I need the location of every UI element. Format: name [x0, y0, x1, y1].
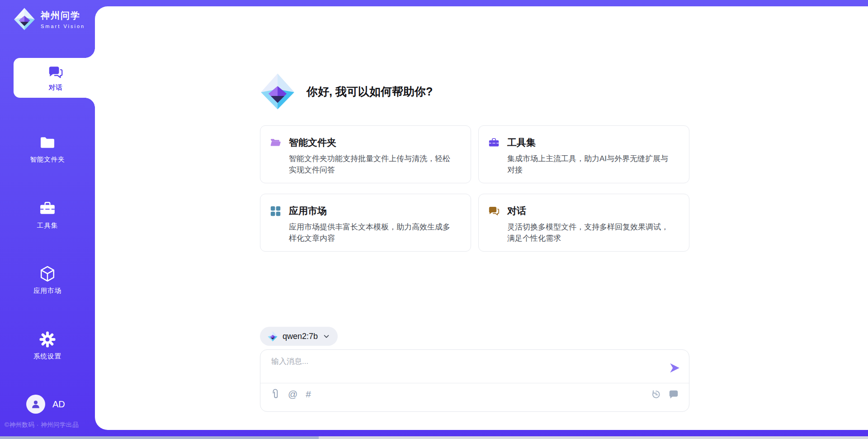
composer-tools-right: [651, 389, 679, 400]
sidebar-item-app-market[interactable]: 应用市场: [0, 265, 95, 295]
chat-icon: [47, 64, 64, 81]
card-description: 应用市场提供丰富长文本模板，助力高效生成多样化文章内容: [289, 221, 457, 244]
attach-file-button[interactable]: [270, 388, 280, 400]
composer-tools-left: @ #: [270, 388, 311, 400]
mention-button[interactable]: @: [288, 389, 297, 399]
sidebar-footer: ©神州数码 · 神州问学出品: [5, 421, 93, 429]
cube-icon: [38, 265, 57, 283]
sidebar-item-label: 应用市场: [33, 286, 61, 295]
card-chat[interactable]: 对话 灵活切换多模型文件，支持多样回复效果调试，满足个性化需求: [478, 194, 689, 252]
hash-icon: #: [306, 389, 311, 399]
message-icon: [668, 389, 679, 400]
tab-fillet-bottom: [85, 98, 95, 108]
horizontal-scrollbar[interactable]: [0, 436, 868, 439]
folder-icon: [38, 134, 57, 152]
card-title: 智能文件夹: [289, 136, 336, 149]
toolbox-icon: [488, 137, 500, 149]
card-title: 应用市场: [289, 205, 327, 217]
brand-name: 神州问学: [41, 10, 85, 22]
sidebar-item-chat[interactable]: 对话: [14, 58, 98, 98]
sidebar-item-label: 对话: [49, 83, 63, 92]
card-toolset[interactable]: 工具集 集成市场上主流工具，助力AI与外界无缝扩展与对接: [478, 125, 689, 183]
model-logo-icon: [267, 331, 278, 342]
greeting-text: 你好, 我可以如何帮助你?: [307, 84, 433, 99]
greeting: 你好, 我可以如何帮助你?: [259, 72, 433, 110]
tab-fillet-top: [85, 48, 95, 58]
feature-cards: 智能文件夹 智能文件夹功能支持批量文件上传与清洗，轻松实现文件问答 工具集 集成…: [260, 125, 689, 252]
person-icon: [30, 398, 42, 410]
sidebar-item-label: 工具集: [37, 221, 58, 230]
message-input[interactable]: [271, 357, 646, 366]
sidebar-item-settings[interactable]: 系统设置: [0, 330, 95, 361]
assistant-logo-icon: [259, 72, 297, 110]
chat-icon: [488, 205, 500, 217]
history-icon: [651, 389, 661, 400]
card-description: 智能文件夹功能支持批量文件上传与清洗，轻松实现文件问答: [289, 153, 457, 176]
send-button[interactable]: [668, 362, 681, 374]
toolbox-icon: [38, 200, 57, 218]
grid-icon: [269, 205, 282, 217]
sidebar-item-label: 系统设置: [33, 352, 61, 361]
chevron-down-icon: [322, 332, 330, 340]
brand: 神州问学 Smart Vision: [13, 7, 85, 31]
gear-icon: [38, 330, 57, 348]
model-name: qwen2:7b: [283, 332, 318, 341]
brand-logo-icon: [13, 7, 36, 31]
history-button[interactable]: [651, 389, 661, 400]
card-title: 工具集: [507, 136, 536, 149]
card-smart-folder[interactable]: 智能文件夹 智能文件夹功能支持批量文件上传与清洗，轻松实现文件问答: [260, 125, 471, 183]
sidebar-item-label: 智能文件夹: [30, 155, 65, 164]
user-name: AD: [52, 399, 65, 410]
sidebar-item-toolset[interactable]: 工具集: [0, 200, 95, 230]
brand-subtitle: Smart Vision: [41, 24, 85, 29]
composer: @ #: [260, 349, 689, 412]
avatar: [26, 395, 45, 414]
paperclip-icon: [270, 388, 280, 400]
card-title: 对话: [507, 205, 526, 217]
user-profile[interactable]: AD: [26, 395, 65, 414]
scrollbar-thumb[interactable]: [0, 436, 319, 439]
composer-divider: [260, 383, 689, 383]
card-description: 灵活切换多模型文件，支持多样回复效果调试，满足个性化需求: [507, 221, 675, 244]
new-message-button[interactable]: [668, 389, 679, 400]
folder-open-icon: [269, 137, 282, 149]
card-description: 集成市场上主流工具，助力AI与外界无缝扩展与对接: [507, 153, 675, 176]
send-icon: [668, 362, 681, 374]
model-selector[interactable]: qwen2:7b: [260, 327, 338, 346]
card-app-market[interactable]: 应用市场 应用市场提供丰富长文本模板，助力高效生成多样化文章内容: [260, 194, 471, 252]
at-icon: @: [288, 389, 297, 399]
topic-button[interactable]: #: [306, 389, 311, 399]
app-root: 神州问学 Smart Vision 对话 智能文件夹 工具集 应用市场: [0, 0, 868, 439]
sidebar-item-smart-folder[interactable]: 智能文件夹: [0, 134, 95, 164]
